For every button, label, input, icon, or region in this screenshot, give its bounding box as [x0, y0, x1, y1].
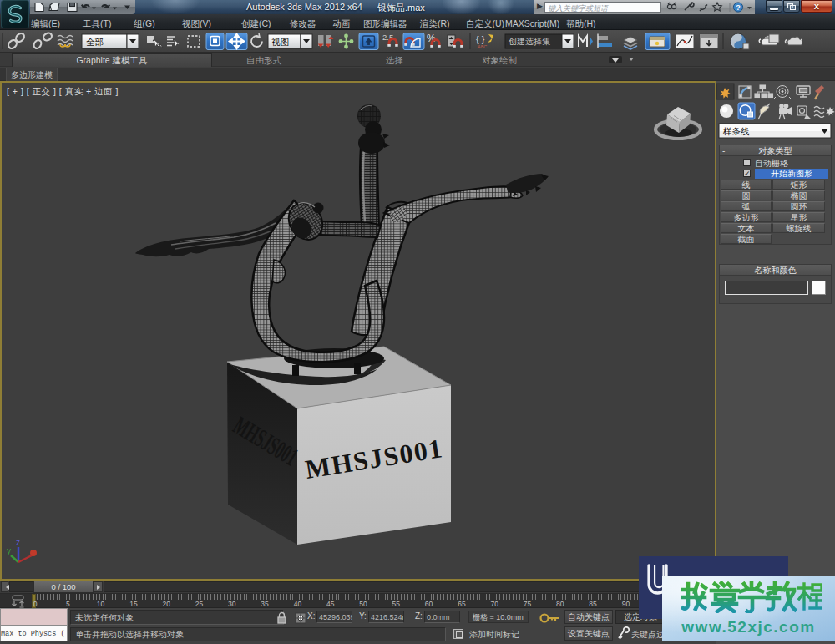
svg-text:?: ? — [736, 3, 741, 12]
svg-text:视图: 视图 — [271, 37, 289, 47]
svg-text:z: z — [16, 538, 20, 547]
svg-text:创建选择集: 创建选择集 — [509, 37, 550, 46]
svg-text:y: y — [7, 546, 11, 555]
svg-text:2.5: 2.5 — [382, 33, 393, 42]
svg-text:全部: 全部 — [86, 37, 104, 47]
svg-text:ABC: ABC — [478, 44, 487, 49]
svg-text:{ }: { } — [476, 34, 485, 44]
